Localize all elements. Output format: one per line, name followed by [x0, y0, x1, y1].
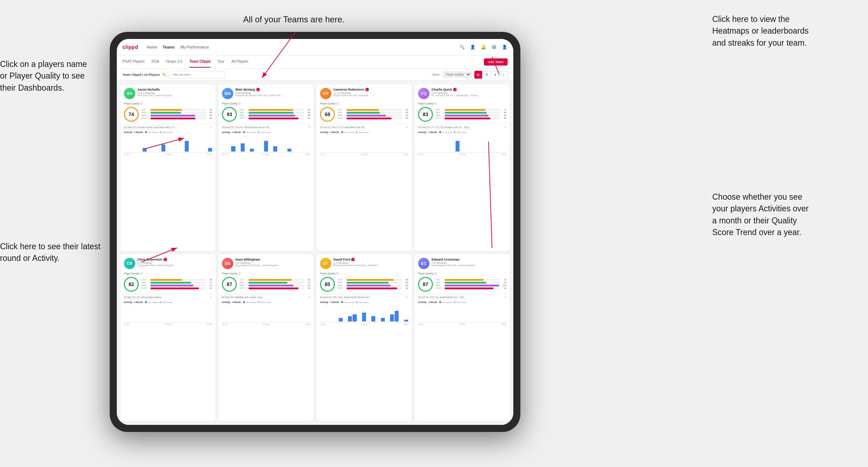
nav-performance[interactable]: My Performance — [181, 44, 209, 50]
tab-team-clippd[interactable]: Team Clippd — [189, 56, 210, 68]
quality-section[interactable]: 83 OTT 77 APP 80 — [418, 107, 506, 122]
player-name[interactable]: Charlie Quick ✓ — [432, 88, 506, 91]
stat-bar-arg-container — [150, 115, 206, 116]
quality-circle[interactable]: 87 — [418, 277, 433, 292]
stat-value-putt: 91 — [207, 287, 212, 289]
heatmap-view-button[interactable]: ♦ — [491, 71, 499, 79]
round-arrow[interactable]: → — [307, 126, 310, 129]
stat-bar-arg-container — [445, 115, 500, 116]
tab-all-players[interactable]: All Players — [232, 56, 248, 68]
player-name[interactable]: Edward Crossman — [432, 258, 506, 261]
quality-section[interactable]: 87 OTT 82 APP 74 — [222, 277, 310, 292]
stat-bar-putt-container — [249, 118, 304, 119]
avatar-initials: BM — [222, 88, 233, 99]
quality-circle[interactable]: 83 — [418, 107, 433, 122]
quality-section[interactable]: 85 OTT 89 APP 80 — [320, 277, 408, 292]
search-icon[interactable]: 🔍 — [459, 44, 465, 50]
annotation-bottom-left: Click here to see their latestround or A… — [0, 241, 117, 264]
recent-round[interactable]: 03 Mar 23 | 19, Must make putting → — [124, 294, 212, 299]
grid-view-button[interactable]: ⊞ — [474, 71, 482, 79]
player-card[interactable]: CR Chris Robertson ✓ 1-5 Handicap Craigm… — [120, 254, 216, 421]
avatar-initials: CR — [124, 258, 135, 269]
avatar-icon[interactable]: 👤 — [501, 44, 508, 50]
stat-value-app: 74 — [305, 281, 310, 284]
player-name[interactable]: Dave Billingham — [235, 258, 310, 261]
filter-button[interactable]: ↕ — [500, 71, 508, 79]
player-name[interactable]: Cameron Robertson ✓ — [333, 88, 408, 91]
add-team-button[interactable]: Add Team — [484, 58, 508, 66]
quality-section[interactable]: 68 OTT 61 APP 63 — [320, 107, 408, 122]
quality-circle[interactable]: 74 — [124, 107, 139, 122]
quality-section[interactable]: 93 OTT 84 APP 85 — [222, 107, 310, 122]
recent-round[interactable]: 02 Jul 23 | 59 (+17), Craigmillar Park G… — [320, 124, 408, 129]
chart-labels: 31 Jul 21 Aug 4 Sep — [124, 323, 212, 325]
tab-hcaps[interactable]: Hcaps 1-5 — [166, 56, 183, 68]
annotation-top-right: Click here to view theHeatmaps or leader… — [712, 13, 847, 49]
player-card[interactable]: EC Edward Crossman 1-5 Handicap Sunningd… — [415, 254, 510, 421]
activity-title: Activity · 1 Month — [222, 131, 241, 133]
player-name[interactable]: David Ford ✓ — [333, 258, 408, 261]
stat-label-arg: ARG — [436, 284, 444, 286]
quality-circle[interactable]: 93 — [222, 107, 237, 122]
tab-pgat[interactable]: PGAT Players — [122, 56, 144, 68]
list-view-button[interactable]: ☰ — [483, 71, 491, 79]
round-arrow[interactable]: → — [503, 296, 506, 299]
stat-value-app: 58 — [207, 112, 212, 114]
round-arrow[interactable]: → — [209, 296, 212, 299]
settings-icon[interactable]: ⚙️ — [491, 44, 497, 50]
player-name[interactable]: Blair McHarg ✓ — [235, 88, 310, 91]
round-arrow[interactable]: → — [405, 126, 408, 129]
player-card[interactable]: AN Aaron Nicholls 11-15 Handicap Drift G… — [120, 84, 216, 251]
quality-circle[interactable]: 68 — [320, 107, 335, 122]
quality-section[interactable]: 74 OTT 60 APP 58 — [124, 107, 212, 122]
recent-round[interactable]: 04 Sep 23 | Mobility with coach, Gym → — [222, 294, 310, 299]
quality-label: Player Quality ⓘ — [418, 102, 506, 106]
recent-round[interactable]: 18 Jul 23 | 74 (+4), Sunningdale GC - Ol… — [418, 294, 506, 299]
stat-label-putt: PUTT — [142, 117, 149, 119]
player-card[interactable]: DF David Ford ✓ 1-5 Handicap Royal North… — [316, 254, 412, 421]
round-arrow[interactable]: → — [405, 296, 408, 299]
player-card[interactable]: DB Dave Billingham 1-5 Handicap Sag Magi… — [218, 254, 314, 421]
recent-round[interactable]: 02 Sep 23 | Sunset round to get back int… — [124, 124, 212, 129]
chart-col — [362, 313, 366, 321]
off-course-label: Off course — [261, 131, 271, 133]
quality-circle[interactable]: 87 — [222, 277, 237, 292]
tab-pga[interactable]: PGA — [152, 56, 159, 68]
nav-home[interactable]: Home — [147, 44, 157, 50]
player-name[interactable]: Chris Robertson ✓ — [137, 258, 212, 261]
player-card[interactable]: BM Blair McHarg ✓ Plus Handicap Royal No… — [218, 84, 314, 251]
player-info: Blair McHarg ✓ Plus Handicap Royal North… — [235, 88, 310, 97]
activity-title: Activity · 1 Month — [418, 301, 437, 303]
player-avatar: DB — [222, 258, 233, 269]
player-card[interactable]: CR Cameron Robertson ✓ 11-15 Handicap Ro… — [316, 84, 412, 251]
search-input[interactable] — [169, 71, 226, 79]
player-card[interactable]: CQ Charlie Quick ✓ 6-10 Handicap St. Geo… — [415, 84, 510, 251]
chart-col — [250, 149, 254, 152]
bell-icon[interactable]: 🔔 — [480, 44, 486, 50]
player-name[interactable]: Aaron Nicholls — [137, 88, 212, 91]
recent-round[interactable]: 26 Aug 23 | 84 (+12), Royal North Devon … — [320, 294, 408, 299]
activity-legend: On course Off course — [341, 131, 369, 133]
on-course-label: On course — [246, 301, 256, 303]
stat-bar-putt-container — [445, 287, 500, 289]
avatar-initials: DF — [320, 258, 331, 269]
stat-label-putt: PUTT — [240, 117, 247, 119]
quality-section[interactable]: 87 OTT 73 APP 79 — [418, 277, 506, 292]
off-course-label: Off course — [163, 301, 173, 303]
quality-circle[interactable]: 85 — [320, 277, 335, 292]
quality-circle[interactable]: 82 — [124, 277, 139, 292]
nav-teams[interactable]: Teams — [163, 44, 175, 50]
recent-round[interactable]: 26 Aug 23 | 73 (+1), Royal North Devon G… — [222, 124, 310, 129]
user-icon[interactable]: 👤 — [469, 44, 476, 50]
stat-label-app: APP — [338, 112, 346, 114]
round-arrow[interactable]: → — [209, 126, 212, 129]
recent-round[interactable]: 07 Aug 23 | 77 (+7), St George's Hill GC… — [418, 124, 506, 129]
quality-section[interactable]: 82 OTT 60 APP 77 — [124, 277, 212, 292]
show-select[interactable]: Player Activity — [443, 72, 472, 78]
tab-tour[interactable]: Tour — [217, 56, 224, 68]
activity-legend: On course Off course — [341, 301, 369, 303]
edit-icon[interactable]: ✏️ — [162, 73, 166, 76]
stat-bar-putt-container — [445, 118, 500, 119]
round-arrow[interactable]: → — [503, 126, 506, 129]
round-arrow[interactable]: → — [307, 296, 310, 299]
